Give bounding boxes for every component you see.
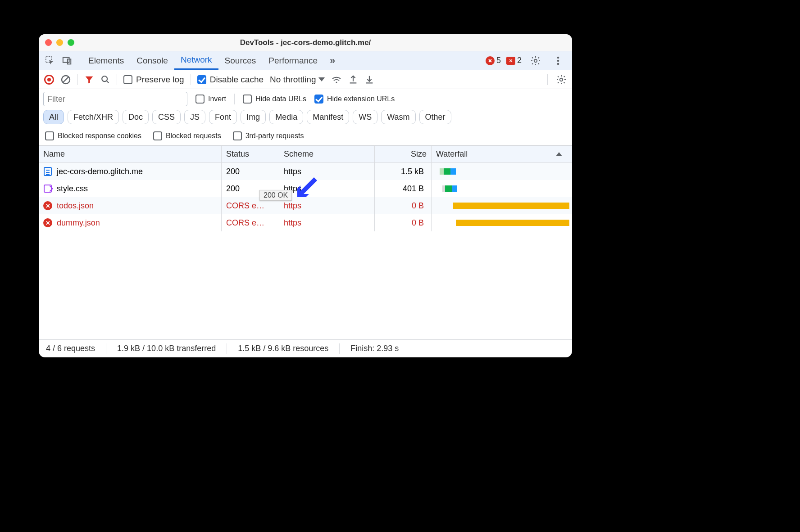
- col-name[interactable]: Name: [39, 146, 222, 162]
- type-filter-fetchxhr[interactable]: Fetch/XHR: [68, 110, 119, 124]
- preserve-log-checkbox[interactable]: Preserve log: [123, 75, 184, 85]
- request-name: todos.json: [57, 201, 94, 211]
- window-controls: [45, 39, 74, 46]
- resources-summary: 1.5 kB / 9.6 kB resources: [238, 344, 328, 353]
- type-filter-manifest[interactable]: Manifest: [307, 110, 349, 124]
- more-tabs-icon[interactable]: »: [324, 51, 341, 70]
- filter-section: Invert Hide data URLs Hide extension URL…: [39, 89, 572, 145]
- error-circle-icon: [486, 56, 495, 65]
- type-filter-font[interactable]: Font: [209, 110, 237, 124]
- tab-console[interactable]: Console: [130, 51, 174, 70]
- request-waterfall: [432, 180, 572, 197]
- issues-count: 2: [517, 56, 522, 65]
- transferred-summary: 1.9 kB / 10.0 kB transferred: [117, 344, 216, 353]
- request-waterfall: [432, 197, 572, 214]
- kebab-menu-icon[interactable]: [550, 55, 567, 66]
- disable-cache-checkbox[interactable]: Disable cache: [197, 75, 264, 85]
- import-har-icon[interactable]: [364, 75, 374, 85]
- type-filter-other[interactable]: Other: [419, 110, 451, 124]
- type-filter-ws[interactable]: WS: [353, 110, 377, 124]
- request-waterfall: [432, 163, 572, 180]
- request-size: 1.5 kB: [375, 163, 432, 180]
- devtools-window: DevTools - jec-cors-demo.glitch.me/ Elem…: [39, 34, 572, 357]
- sort-ascending-icon: [556, 152, 562, 156]
- search-icon[interactable]: [100, 75, 110, 85]
- hide-data-urls-checkbox[interactable]: Hide data URLs: [243, 95, 306, 104]
- export-har-icon[interactable]: [348, 75, 358, 85]
- maximize-window-button[interactable]: [68, 39, 74, 46]
- errors-badge[interactable]: 5: [486, 56, 501, 65]
- request-status: 200: [222, 163, 279, 180]
- chevron-down-icon: [318, 77, 325, 81]
- request-size: 0 B: [375, 197, 432, 214]
- finish-summary: Finish: 2.93 s: [350, 344, 399, 353]
- settings-icon[interactable]: [527, 55, 544, 66]
- blocked-cookies-checkbox[interactable]: Blocked response cookies: [45, 131, 141, 140]
- tab-elements[interactable]: Elements: [82, 51, 130, 70]
- document-icon: [43, 167, 52, 176]
- third-party-checkbox[interactable]: 3rd-party requests: [233, 131, 304, 140]
- svg-point-9: [336, 81, 337, 83]
- type-filter-doc[interactable]: Doc: [123, 110, 149, 124]
- filter-icon[interactable]: [84, 75, 94, 85]
- window-titlebar: DevTools - jec-cors-demo.glitch.me/: [39, 34, 572, 51]
- clear-button[interactable]: [60, 74, 71, 85]
- type-filter-css[interactable]: CSS: [152, 110, 181, 124]
- annotation-arrow-icon: [294, 174, 321, 201]
- close-window-button[interactable]: [45, 39, 52, 46]
- stylesheet-icon: [43, 184, 52, 193]
- preserve-log-label: Preserve log: [136, 75, 184, 85]
- svg-point-6: [557, 63, 559, 65]
- request-size: 0 B: [375, 214, 432, 231]
- window-title: DevTools - jec-cors-demo.glitch.me/: [39, 38, 572, 47]
- status-bar: 4 / 6 requests 1.9 kB / 10.0 kB transfer…: [39, 339, 572, 357]
- record-button[interactable]: [44, 75, 54, 85]
- minimize-window-button[interactable]: [56, 39, 63, 46]
- error-icon: [43, 201, 52, 210]
- issues-badge[interactable]: × 2: [506, 56, 522, 65]
- disable-cache-label: Disable cache: [210, 75, 264, 85]
- network-toolbar: Preserve log Disable cache No throttling: [39, 70, 572, 89]
- type-filter-js[interactable]: JS: [184, 110, 205, 124]
- inspect-element-icon[interactable]: [41, 51, 59, 70]
- errors-count: 5: [496, 56, 501, 65]
- requests-summary: 4 / 6 requests: [46, 344, 95, 353]
- request-name: jec-cors-demo.glitch.me: [57, 167, 143, 176]
- network-conditions-icon[interactable]: [331, 74, 342, 85]
- device-toolbar-icon[interactable]: [59, 51, 76, 70]
- col-size[interactable]: Size: [375, 146, 432, 162]
- type-filter-wasm[interactable]: Wasm: [381, 110, 415, 124]
- request-name: dummy.json: [57, 218, 100, 228]
- col-waterfall[interactable]: Waterfall: [432, 146, 572, 162]
- type-filter-media[interactable]: Media: [269, 110, 303, 124]
- blocked-requests-checkbox[interactable]: Blocked requests: [153, 131, 221, 140]
- filter-input[interactable]: [43, 92, 187, 106]
- throttling-select[interactable]: No throttling: [270, 75, 325, 85]
- grid-header: Name Status Scheme Size Waterfall: [39, 146, 572, 163]
- svg-point-4: [557, 56, 559, 59]
- request-scheme: https: [279, 214, 375, 231]
- request-row[interactable]: dummy.jsonCORS e…https0 B: [39, 214, 572, 231]
- type-filter-img[interactable]: Img: [241, 110, 266, 124]
- throttling-label: No throttling: [270, 75, 316, 85]
- svg-point-10: [560, 78, 563, 81]
- tab-performance[interactable]: Performance: [262, 51, 324, 70]
- tab-sources[interactable]: Sources: [218, 51, 263, 70]
- hide-extension-urls-checkbox[interactable]: Hide extension URLs: [314, 95, 395, 104]
- issue-square-icon: ×: [506, 57, 515, 65]
- svg-rect-1: [63, 57, 69, 62]
- tab-network[interactable]: Network: [174, 51, 218, 70]
- col-status[interactable]: Status: [222, 146, 279, 162]
- panel-tabbar: Elements Console Network Sources Perform…: [39, 51, 572, 70]
- resource-type-filters: AllFetch/XHRDocCSSJSFontImgMediaManifest…: [43, 110, 568, 126]
- svg-point-8: [102, 76, 107, 81]
- col-scheme[interactable]: Scheme: [279, 146, 375, 162]
- network-settings-icon[interactable]: [556, 74, 567, 85]
- type-filter-all[interactable]: All: [43, 110, 64, 124]
- request-status: CORS e…: [222, 214, 279, 231]
- status-tooltip: 200 OK: [259, 190, 292, 201]
- invert-checkbox[interactable]: Invert: [195, 95, 226, 104]
- svg-point-5: [557, 59, 559, 62]
- request-waterfall: [432, 214, 572, 231]
- error-icon: [43, 218, 52, 227]
